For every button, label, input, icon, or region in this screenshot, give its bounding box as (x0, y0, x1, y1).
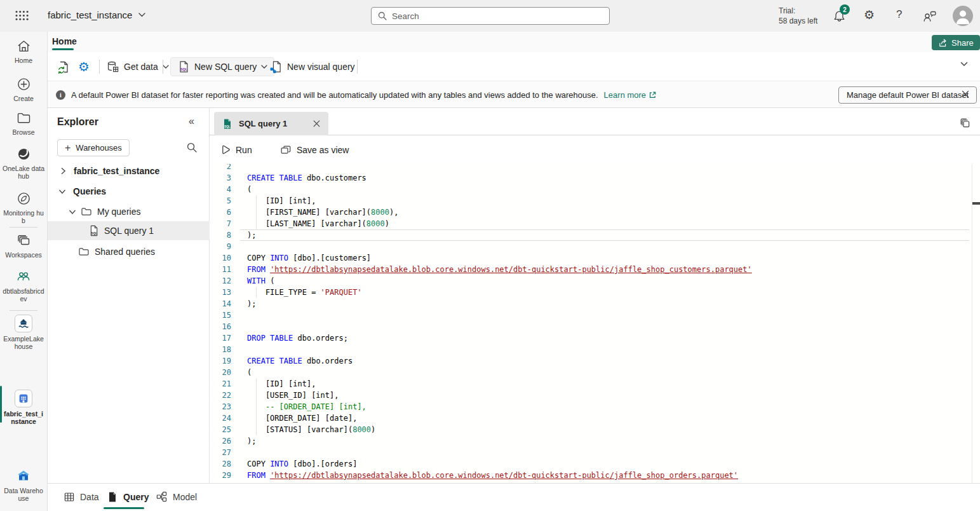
banner-close-icon[interactable] (961, 90, 970, 99)
rail-label: OneLake data hub (3, 165, 44, 180)
code-line[interactable]: 27 (211, 447, 970, 458)
database-icon (107, 60, 119, 73)
code-line[interactable]: 28COPY INTO [dbo].[orders] (211, 458, 970, 470)
rail-label: Create (3, 95, 44, 102)
visual-query-icon (269, 60, 283, 74)
code-line[interactable]: 24 [ORDER_DATE] [date], (211, 412, 970, 424)
code-line[interactable]: 12WITH ( (211, 275, 970, 287)
manage-dataset-button[interactable]: Manage default Power BI dataset (838, 86, 977, 104)
tree-item-sql-query-1[interactable]: SQL SQL query 1 (48, 221, 210, 240)
code-line[interactable]: 9 (211, 241, 970, 252)
code-line[interactable]: 22 [USER_ID] [int], (211, 390, 970, 401)
app-launcher-icon[interactable] (15, 10, 29, 21)
warehouses-label: Warehouses (76, 143, 122, 153)
code-line[interactable]: 11FROM 'https://dbtlabsynapsedatalake.bl… (211, 264, 970, 275)
tab-home[interactable]: Home (52, 35, 77, 48)
model-diagram-icon (156, 491, 168, 503)
rail-label: ExampleLakehouse (3, 335, 44, 350)
line-number: 18 (211, 344, 231, 355)
copy-icon[interactable] (960, 118, 970, 128)
learn-more-link[interactable]: Learn more (604, 90, 657, 100)
code-line[interactable]: 21 [ID] [int], (211, 378, 970, 390)
view-tab-model[interactable]: Model (156, 484, 197, 510)
code-line[interactable]: 6 [FIRST_NAME] [varchar](8000), (211, 207, 970, 218)
add-warehouses-button[interactable]: + Warehouses (57, 139, 130, 156)
rail-item-data-warehouse[interactable]: Data Warehouse (0, 468, 47, 502)
search-icon (377, 11, 387, 21)
explorer-search-icon[interactable] (186, 142, 198, 153)
save-as-view-icon (280, 144, 292, 156)
sql-code-editor[interactable]: 23CREATE TABLE dbo.customers4(5 [ID] [in… (210, 164, 980, 483)
rail-item-home[interactable]: Home (0, 38, 47, 64)
ribbon-collapse-chevron[interactable] (960, 62, 968, 67)
rail-item-create[interactable]: Create (0, 76, 47, 102)
view-tab-data[interactable]: Data (64, 484, 99, 510)
run-button[interactable]: Run (220, 135, 252, 164)
code-line[interactable]: 17DROP TABLE dbo.orders; (211, 332, 970, 344)
chevron-down-icon (163, 65, 169, 69)
svg-text:SQL: SQL (91, 232, 98, 235)
view-tab-query[interactable]: Query (107, 484, 149, 510)
tree-item-label: Queries (73, 186, 106, 196)
get-data-button[interactable]: Get data (107, 52, 169, 81)
code-line[interactable]: 4( (211, 184, 970, 195)
code-line[interactable]: 25 [STATUS] [varchar](8000) (211, 424, 970, 435)
tree-item-shared-queries[interactable]: Shared queries (48, 243, 210, 261)
rail-item-browse[interactable]: Browse (0, 110, 47, 136)
code-line[interactable]: 14); (211, 298, 970, 310)
line-number: 24 (211, 412, 231, 424)
code-line[interactable]: 20( (211, 367, 970, 378)
code-line[interactable]: 23 -- [ORDER_DATE] [int], (211, 401, 970, 412)
collapse-panel-icon[interactable]: « (189, 116, 194, 127)
rail-item-monitoring-hub[interactable]: Monitoring hub (0, 191, 47, 224)
overview-ruler-mark (972, 202, 980, 205)
bottom-view-switcher: Data Query Model (48, 483, 980, 511)
query-workspace: SQL SQL query 1 (210, 108, 980, 483)
search-input[interactable] (371, 7, 610, 25)
banner-message: A default Power BI dataset for faster re… (71, 90, 598, 100)
tree-item-my-queries[interactable]: My queries (48, 203, 210, 221)
code-line[interactable]: 19CREATE TABLE dbo.orders (211, 355, 970, 367)
rail-item-onelake-data-hub[interactable]: OneLake data hub (0, 146, 47, 180)
refresh-report-button[interactable] (57, 52, 70, 81)
editor-overview-ruler[interactable] (972, 164, 972, 483)
new-visual-query-button[interactable]: New visual query (269, 52, 355, 81)
code-line[interactable]: 10COPY INTO [dbo].[customers] (211, 252, 970, 264)
code-line[interactable]: 15 (211, 310, 970, 321)
code-line[interactable]: 29FROM 'https://dbtlabsynapsedatalake.bl… (211, 470, 970, 481)
feedback-icon[interactable] (922, 10, 937, 23)
rail-item-dbtlabsfabricdev[interactable]: dbtlabsfabricdev (0, 268, 47, 303)
line-number: 25 (211, 424, 231, 435)
new-sql-query-button[interactable]: SQL New SQL query (170, 57, 274, 76)
code-line[interactable]: 5 [ID] [int], (211, 195, 970, 207)
avatar[interactable] (953, 6, 973, 26)
rail-item-examplelakehouse[interactable]: ExampleLakehouse (0, 315, 47, 350)
code-line[interactable]: 18 (211, 344, 970, 355)
code-line[interactable]: 13 FILE_TYPE = 'PARQUET' (211, 287, 970, 298)
left-nav-rail: Home Create Browse OneLake data hub Moni… (0, 32, 48, 511)
workspace-switcher[interactable]: fabric_test_instance (48, 10, 145, 20)
code-line[interactable]: 3CREATE TABLE dbo.customers (211, 172, 970, 184)
code-line[interactable]: 7 [LAST_NAME] [varchar](8000) (211, 218, 970, 229)
chevron-down-icon (58, 188, 66, 195)
close-tab-icon[interactable] (312, 119, 321, 128)
code-line[interactable]: 26); (211, 435, 970, 447)
share-button[interactable]: Share (932, 35, 980, 50)
line-number: 5 (211, 195, 231, 207)
code-line[interactable]: 8); (211, 229, 970, 241)
help-icon[interactable]: ? (896, 8, 902, 21)
save-as-view-button[interactable]: Save as view (280, 135, 349, 164)
code-line[interactable]: 2 (211, 164, 970, 172)
tree-item-warehouse-instance[interactable]: fabric_test_instance (48, 162, 210, 180)
query-tab-sql-query-1[interactable]: SQL SQL query 1 (214, 112, 328, 135)
settings-gear-blue-icon[interactable]: ⚙ (78, 52, 90, 81)
chevron-down-icon (261, 65, 267, 69)
rail-item-fabric-test-instance[interactable]: fabric_test_instance (0, 390, 47, 425)
line-number: 11 (211, 264, 231, 275)
code-line[interactable]: 16 (211, 321, 970, 332)
settings-gear-icon[interactable]: ⚙ (864, 8, 875, 22)
info-banner: i A default Power BI dataset for faster … (48, 81, 980, 108)
tree-item-queries[interactable]: Queries (48, 182, 210, 200)
rail-item-workspaces[interactable]: Workspaces (0, 233, 47, 259)
line-number: 12 (211, 275, 231, 287)
